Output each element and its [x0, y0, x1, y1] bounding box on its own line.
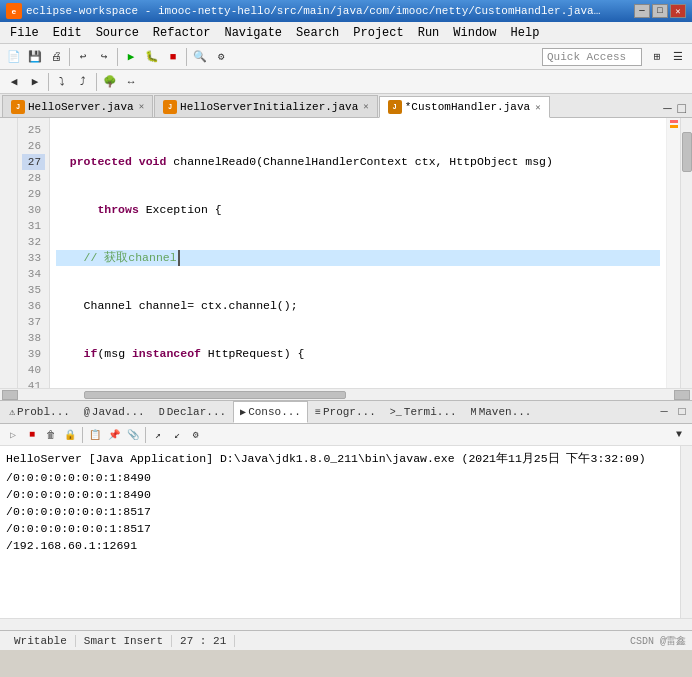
console-dropdown-button[interactable]: ▼: [670, 426, 688, 444]
status-position: 27 : 21: [172, 635, 235, 647]
code-content[interactable]: protected void channelRead0(ChannelHandl…: [50, 118, 666, 388]
menu-project[interactable]: Project: [347, 24, 409, 42]
menu-bar: File Edit Source Refactor Navigate Searc…: [0, 22, 692, 44]
tab-customhandler-icon: J: [388, 100, 402, 114]
bottom-tab-progress[interactable]: ≡ Progr...: [308, 401, 383, 423]
toolbar-sep-1: [69, 48, 70, 66]
print-button[interactable]: 🖨: [46, 47, 66, 67]
bottom-tab-problems[interactable]: ⚠ Probl...: [2, 401, 77, 423]
close-button[interactable]: ✕: [670, 4, 686, 18]
console-line-3: /0:0:0:0:0:0:0:1:8517: [6, 503, 674, 520]
menu-search[interactable]: Search: [290, 24, 345, 42]
console-settings-button[interactable]: ⚙: [187, 426, 205, 444]
run-button[interactable]: ▶: [121, 47, 141, 67]
bottom-tab-console[interactable]: ▶ Conso...: [233, 401, 308, 423]
prev-edit-button[interactable]: ⤴: [73, 72, 93, 92]
console-line-5: /192.168.60.1:12691: [6, 537, 674, 554]
console-scroll-lock-button[interactable]: 🔒: [61, 426, 79, 444]
tab-helloserverinitializer[interactable]: J HelloServerInitializer.java ✕: [154, 95, 378, 117]
ln-28: 28: [22, 170, 45, 186]
menu-edit[interactable]: Edit: [47, 24, 88, 42]
toolbar-sep-2: [117, 48, 118, 66]
ln-36: 36: [22, 298, 45, 314]
tab-customhandler[interactable]: J *CustomHandler.java ✕: [379, 96, 550, 118]
tab-customhandler-close[interactable]: ✕: [535, 102, 540, 113]
console-paste-button[interactable]: 📌: [105, 426, 123, 444]
view-button[interactable]: ☰: [668, 47, 688, 67]
panel-maximize-button[interactable]: □: [674, 404, 690, 420]
console-pin-button[interactable]: 📎: [124, 426, 142, 444]
editor-horizontal-scrollbar[interactable]: [0, 388, 692, 400]
new-button[interactable]: 📄: [4, 47, 24, 67]
bottom-tab-declaration[interactable]: D Declar...: [152, 401, 233, 423]
search-button[interactable]: 🔍: [190, 47, 210, 67]
console-copy-button[interactable]: 📋: [86, 426, 104, 444]
editor-left-gutter: [0, 118, 18, 388]
next-edit-button[interactable]: ⤵: [52, 72, 72, 92]
menu-file[interactable]: File: [4, 24, 45, 42]
references-button[interactable]: ↔: [121, 72, 141, 92]
console-stop-button[interactable]: ■: [23, 426, 41, 444]
ln-38: 38: [22, 330, 45, 346]
undo-button[interactable]: ↩: [73, 47, 93, 67]
settings-button[interactable]: ⚙: [211, 47, 231, 67]
title-bar: e eclipse-workspace - imooc-netty-hello/…: [0, 0, 692, 22]
back-button[interactable]: ◀: [4, 72, 24, 92]
bottom-tab-javadoc[interactable]: @ Javad...: [77, 401, 152, 423]
forward-button[interactable]: ▶: [25, 72, 45, 92]
bottom-tab-terminal[interactable]: >_ Termi...: [383, 401, 464, 423]
console-vertical-scrollbar[interactable]: [680, 446, 692, 618]
menu-refactor[interactable]: Refactor: [147, 24, 217, 42]
menu-help[interactable]: Help: [505, 24, 546, 42]
status-watermark: CSDN @雷鑫: [630, 634, 686, 648]
menu-run[interactable]: Run: [412, 24, 446, 42]
code-line-29: if(msg instanceof HttpRequest) {: [56, 346, 660, 362]
tab-helloserver-close[interactable]: ✕: [139, 101, 144, 112]
tab-helloserver[interactable]: J HelloServer.java ✕: [2, 95, 153, 117]
panel-minimize-button[interactable]: ─: [656, 404, 672, 420]
maximize-button[interactable]: □: [652, 4, 668, 18]
console-toolbar-sep: [82, 427, 83, 443]
console-horizontal-scrollbar[interactable]: [0, 618, 692, 630]
console-import-button[interactable]: ↙: [168, 426, 186, 444]
bottom-panel: ⚠ Probl... @ Javad... D Declar... ▶ Cons…: [0, 400, 692, 630]
perspective-button[interactable]: ⊞: [647, 47, 667, 67]
tab-helloserver-label: HelloServer.java: [28, 101, 134, 113]
console-right-controls: ▼: [670, 426, 688, 444]
tab-minimize-icon[interactable]: ─: [661, 101, 673, 117]
hierarchy-button[interactable]: 🌳: [100, 72, 120, 92]
error-mark-2: [670, 125, 678, 128]
redo-button[interactable]: ↪: [94, 47, 114, 67]
quick-access-input[interactable]: Quick Access: [542, 48, 642, 66]
menu-navigate[interactable]: Navigate: [218, 24, 288, 42]
console-export-button[interactable]: ↗: [149, 426, 167, 444]
tab-helloserverinitializer-close[interactable]: ✕: [363, 101, 368, 112]
hscroll-left-btn[interactable]: [2, 390, 18, 400]
menu-source[interactable]: Source: [90, 24, 145, 42]
editor-vertical-scrollbar[interactable]: [680, 118, 692, 388]
debug-button[interactable]: 🐛: [142, 47, 162, 67]
ln-34: 34: [22, 266, 45, 282]
window-controls: ─ □ ✕: [634, 4, 686, 18]
save-button[interactable]: 💾: [25, 47, 45, 67]
hscroll-thumb[interactable]: [84, 391, 346, 399]
tab-customhandler-label: *CustomHandler.java: [405, 101, 530, 113]
editor-scroll-thumb[interactable]: [682, 132, 692, 172]
ln-27: 27: [22, 154, 45, 170]
ln-25: 25: [22, 122, 45, 138]
hscroll-right-btn[interactable]: [674, 390, 690, 400]
console-run-icon: ▷: [4, 426, 22, 444]
console-icon: ▶: [240, 406, 246, 418]
minimize-button[interactable]: ─: [634, 4, 650, 18]
tab-maximize-icon[interactable]: □: [676, 101, 688, 117]
bottom-tab-progress-label: Progr...: [323, 406, 376, 418]
bottom-tab-maven[interactable]: M Maven...: [464, 401, 539, 423]
console-clear-button[interactable]: 🗑: [42, 426, 60, 444]
menu-window[interactable]: Window: [447, 24, 502, 42]
ln-30: 30: [22, 202, 45, 218]
secondary-toolbar: ◀ ▶ ⤵ ⤴ 🌳 ↔: [0, 70, 692, 94]
ln-39: 39: [22, 346, 45, 362]
console-line-4: /0:0:0:0:0:0:0:1:8517: [6, 520, 674, 537]
console-line-2: /0:0:0:0:0:0:0:1:8490: [6, 486, 674, 503]
stop-button[interactable]: ■: [163, 47, 183, 67]
